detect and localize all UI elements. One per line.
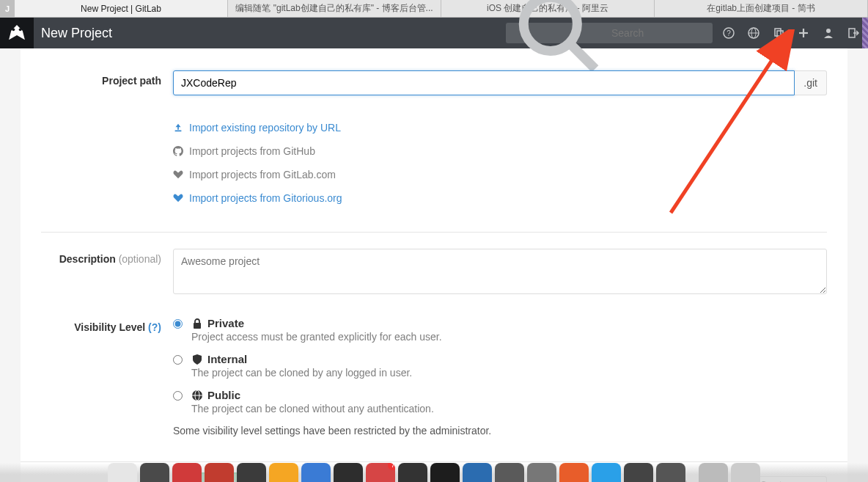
dock-app-icon[interactable] [269,463,298,482]
description-label: Description (optional) [41,249,173,296]
dock-app-icon[interactable]: 7 [366,463,395,482]
dock-app-icon[interactable] [656,463,685,482]
copy-icon[interactable] [773,27,784,39]
dock-app-icon[interactable] [398,463,427,482]
import-gitlab-com[interactable]: Import projects from GitLab.com [173,163,827,186]
browser-tab-1[interactable]: 编辑随笔 "gitLab创建自己的私有库" - 博客后台管... [228,0,441,17]
svg-point-3 [523,0,577,51]
signout-icon[interactable] [847,27,859,39]
visibility-internal[interactable]: Internal The project can be cloned by an… [173,353,827,379]
dock-app-icon[interactable] [430,463,460,482]
search-input[interactable] [611,27,707,39]
search-box[interactable] [506,23,713,43]
dock-finder-icon[interactable] [108,463,137,482]
dock-app-icon[interactable] [334,463,363,482]
dock-app-icon[interactable] [495,463,524,482]
help-icon[interactable]: ? [723,27,735,39]
visibility-private[interactable]: Private Project access must be granted e… [173,317,827,343]
svg-rect-17 [175,131,182,132]
dock-trash-icon[interactable] [731,463,760,482]
heart-filled-icon [173,193,183,203]
dock-app-icon[interactable] [559,463,589,482]
browser-tab-0[interactable]: New Project | GitLab [15,0,228,17]
project-path-label: Project path [41,70,173,210]
gitlab-logo-icon[interactable] [0,18,34,48]
search-icon [512,0,607,81]
visibility-public-radio[interactable] [173,391,183,401]
lock-icon [191,318,203,329]
plus-icon[interactable] [798,27,809,39]
svg-rect-11 [777,31,783,38]
page-title: New Project [41,26,112,41]
github-icon [173,146,183,156]
import-by-url[interactable]: Import existing repository by URL [173,116,827,139]
dock-app-icon[interactable] [237,463,266,482]
svg-marker-0 [9,25,25,40]
dock-app-icon[interactable] [301,463,331,482]
topbar: New Project ? [0,18,868,48]
globe-icon[interactable] [748,27,760,39]
heart-icon [173,169,183,180]
shield-icon [191,354,203,365]
svg-point-1 [12,28,15,31]
dock-app-icon[interactable] [205,463,234,482]
dock-app-icon[interactable] [527,463,556,482]
dock-app-icon[interactable] [624,463,653,482]
dock-app-icon[interactable] [140,463,169,482]
svg-point-2 [19,28,22,31]
svg-point-14 [826,29,831,33]
dock-app-icon[interactable] [592,463,621,482]
dock-app-icon[interactable] [172,463,202,482]
new-project-form: Project path .git Import existing reposi… [21,48,847,482]
svg-line-4 [571,45,595,69]
browser-tab-3[interactable]: 在gitlab上面创建项目 - 简书 [655,0,868,17]
visibility-public[interactable]: Public The project can be cloned without… [173,389,827,415]
upload-icon [173,123,183,133]
visibility-internal-radio[interactable] [173,355,183,365]
description-textarea[interactable] [173,249,827,294]
dock-app-icon[interactable] [463,463,492,482]
project-path-input[interactable] [173,70,795,95]
import-gitorious[interactable]: Import projects from Gitorious.org [173,186,827,210]
svg-text:?: ? [727,29,731,37]
visibility-restricted-note: Some visibility level settings have been… [173,425,827,437]
browser-tabbar: J New Project | GitLab 编辑随笔 "gitLab创建自己的… [0,0,868,18]
visibility-level-label: Visibility Level (?) [41,317,173,437]
globe-outline-icon [191,390,203,401]
import-github[interactable]: Import projects from GitHub [173,139,827,163]
svg-rect-18 [194,323,201,329]
git-suffix: .git [795,70,827,95]
macos-dock: 7 [0,463,868,482]
dock-downloads-icon[interactable] [699,463,728,482]
visibility-help-link[interactable]: (?) [148,321,161,333]
svg-rect-10 [775,29,781,36]
tab-prefix: J [0,0,15,17]
user-icon[interactable] [823,27,834,39]
visibility-private-radio[interactable] [173,319,183,329]
